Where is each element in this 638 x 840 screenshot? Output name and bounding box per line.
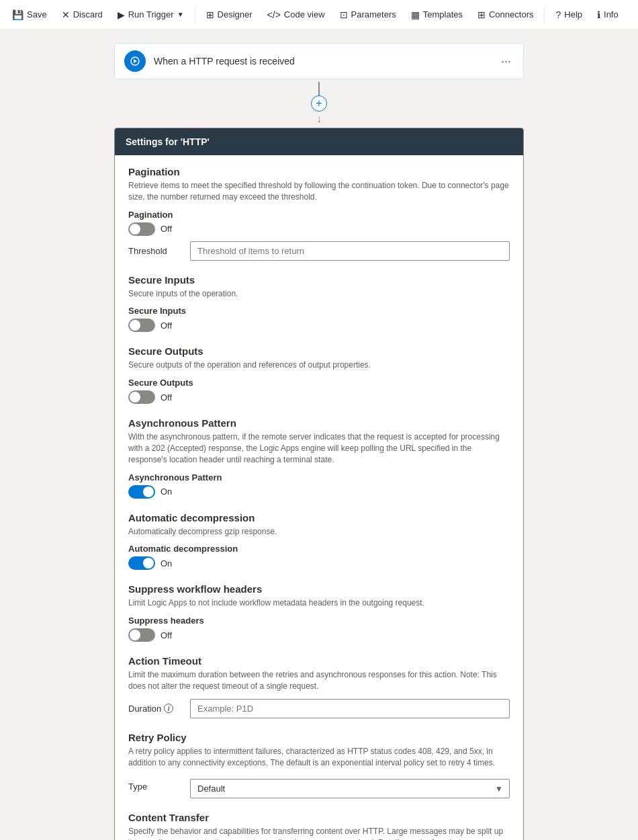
divider-1 [195, 7, 195, 23]
type-label: Type [128, 782, 182, 792]
designer-label: Designer [218, 9, 253, 19]
trigger-more-button[interactable]: ··· [498, 52, 514, 71]
settings-body: Pagination Retrieve items to meet the sp… [115, 155, 523, 840]
trigger-block[interactable]: When a HTTP request is received ··· [114, 43, 524, 79]
retry-policy-section: Retry Policy A retry policy applies to i… [128, 732, 510, 799]
designer-button[interactable]: ⊞ Designer [199, 5, 259, 24]
retry-policy-desc: A retry policy applies to intermittent f… [128, 746, 510, 769]
secure-inputs-field-label: Secure Inputs [128, 306, 510, 316]
duration-row: Duration i [128, 699, 510, 718]
divider-2 [544, 7, 545, 23]
pagination-title: Pagination [128, 166, 510, 177]
suppress-headers-title: Suppress workflow headers [128, 583, 510, 595]
content-transfer-section: Content Transfer Specify the behavior an… [128, 812, 510, 840]
connector-line: + ↓ [311, 82, 327, 125]
save-label: Save [27, 9, 47, 19]
action-timeout-desc: Limit the maximum duration between the r… [128, 669, 510, 692]
content-transfer-title: Content Transfer [128, 812, 510, 823]
save-button[interactable]: 💾 Save [5, 5, 54, 24]
code-icon: </> [267, 9, 281, 20]
secure-outputs-desc: Secure outputs of the operation and refe… [128, 360, 510, 371]
templates-icon: ▦ [411, 9, 420, 20]
parameters-button[interactable]: ⊡ Parameters [333, 5, 403, 24]
retry-policy-title: Retry Policy [128, 732, 510, 743]
auto-decompress-toggle-label: On [161, 558, 172, 569]
pagination-toggle[interactable] [128, 222, 155, 236]
async-pattern-section: Asynchronous Pattern With the asynchrono… [128, 417, 510, 498]
settings-panel: Settings for 'HTTP' Pagination Retrieve … [114, 128, 524, 840]
type-row: Type Default None Exponential Interval F… [128, 775, 510, 798]
pagination-toggle-label: Off [161, 224, 172, 234]
retry-type-select[interactable]: Default None Exponential Interval Fixed … [190, 779, 510, 798]
secure-inputs-toggle-label: Off [161, 321, 172, 331]
secure-outputs-toggle-row: Off [128, 390, 510, 404]
settings-header: Settings for 'HTTP' [115, 128, 523, 155]
suppress-headers-toggle[interactable] [128, 628, 155, 642]
trigger-icon [124, 50, 146, 72]
threshold-input[interactable] [190, 241, 510, 261]
auto-decompress-field-label: Automatic decompression [128, 544, 510, 554]
async-pattern-toggle-label: On [161, 487, 172, 497]
duration-input[interactable] [190, 699, 510, 718]
secure-inputs-desc: Secure inputs of the operation. [128, 288, 510, 300]
type-select-wrapper: Default None Exponential Interval Fixed … [190, 779, 510, 798]
code-view-label: Code view [284, 9, 325, 19]
info-button[interactable]: ℹ Info [590, 5, 625, 24]
async-pattern-desc: With the asynchronous pattern, if the re… [128, 431, 510, 465]
secure-inputs-title: Secure Inputs [128, 274, 510, 286]
secure-inputs-toggle-row: Off [128, 319, 510, 332]
auto-decompress-toggle-row: On [128, 556, 510, 570]
designer-icon: ⊞ [206, 9, 214, 20]
secure-outputs-field-label: Secure Outputs [128, 378, 510, 388]
threshold-label: Threshold [128, 246, 182, 256]
help-button[interactable]: ? Help [549, 5, 589, 24]
connector-line-segment [318, 82, 320, 95]
secure-outputs-section: Secure Outputs Secure outputs of the ope… [128, 345, 510, 404]
async-pattern-field-label: Asynchronous Pattern [128, 472, 510, 482]
templates-button[interactable]: ▦ Templates [404, 5, 469, 24]
secure-outputs-toggle-label: Off [161, 392, 172, 403]
pagination-field-label: Pagination [128, 210, 510, 220]
toolbar: 💾 Save ✕ Discard ▶ Run Trigger ▼ ⊞ Desig… [0, 0, 638, 30]
run-icon: ▶ [118, 9, 125, 20]
save-icon: 💾 [12, 9, 24, 20]
suppress-headers-toggle-row: Off [128, 628, 510, 642]
run-chevron-icon: ▼ [177, 11, 184, 18]
duration-label: Duration i [128, 704, 182, 714]
content-transfer-desc: Specify the behavior and capabilities fo… [128, 826, 510, 840]
arrow-down-icon: ↓ [316, 113, 322, 125]
auto-decompress-desc: Automatically decompress gzip response. [128, 526, 510, 538]
help-label: Help [564, 9, 582, 19]
connectors-label: Connectors [489, 9, 533, 19]
run-trigger-button[interactable]: ▶ Run Trigger ▼ [111, 5, 191, 24]
parameters-label: Parameters [351, 9, 396, 19]
discard-label: Discard [73, 9, 103, 19]
run-trigger-label: Run Trigger [128, 9, 174, 19]
duration-label-text: Duration [128, 704, 161, 714]
secure-outputs-title: Secure Outputs [128, 345, 510, 357]
duration-info-icon[interactable]: i [164, 704, 173, 713]
parameters-icon: ⊡ [340, 9, 348, 20]
action-timeout-title: Action Timeout [128, 655, 510, 667]
connectors-icon: ⊞ [477, 9, 486, 20]
templates-label: Templates [423, 9, 463, 19]
async-pattern-title: Asynchronous Pattern [128, 417, 510, 429]
pagination-desc: Retrieve items to meet the specified thr… [128, 180, 510, 203]
secure-inputs-section: Secure Inputs Secure inputs of the opera… [128, 274, 510, 333]
suppress-headers-section: Suppress workflow headers Limit Logic Ap… [128, 583, 510, 642]
code-view-button[interactable]: </> Code view [261, 5, 332, 24]
secure-inputs-toggle[interactable] [128, 319, 155, 332]
secure-outputs-toggle[interactable] [128, 390, 155, 404]
canvas: When a HTTP request is received ··· + ↓ … [0, 30, 638, 840]
auto-decompress-toggle[interactable] [128, 556, 155, 570]
auto-decompress-title: Automatic decompression [128, 512, 510, 523]
add-step-button[interactable]: + [311, 95, 327, 112]
suppress-headers-desc: Limit Logic Apps to not include workflow… [128, 597, 510, 609]
action-timeout-section: Action Timeout Limit the maximum duratio… [128, 655, 510, 718]
help-icon: ? [555, 9, 561, 20]
connectors-button[interactable]: ⊞ Connectors [471, 5, 540, 24]
discard-button[interactable]: ✕ Discard [55, 5, 109, 24]
suppress-headers-field-label: Suppress headers [128, 616, 510, 626]
auto-decompress-section: Automatic decompression Automatically de… [128, 512, 510, 571]
async-pattern-toggle[interactable] [128, 485, 155, 499]
